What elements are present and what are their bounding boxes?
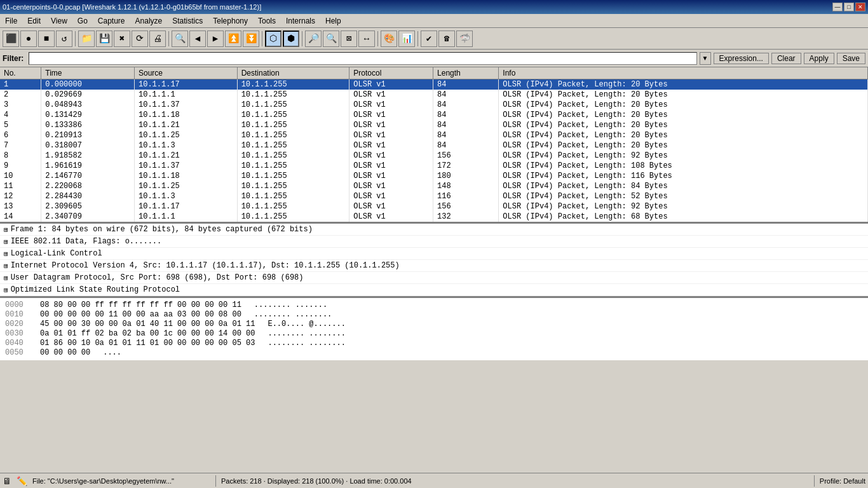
menu-item-tools[interactable]: Tools [253,14,281,27]
minimize-button[interactable]: — [832,3,843,11]
table-row[interactable]: 81.91858210.1.1.2110.1.1.255OLSR v1156OL… [0,151,868,161]
column-header-length[interactable]: Length [433,67,499,79]
table-row[interactable]: 20.02966910.1.1.110.1.1.255OLSR v184OLSR… [0,90,868,100]
detail-row[interactable]: ⊞Optimized Link State Routing Protocol [0,284,868,296]
graph-btn[interactable]: 📊 [398,30,415,47]
table-row[interactable]: 60.21091310.1.1.2510.1.1.255OLSR v184OLS… [0,130,868,140]
expand-icon: ⊞ [4,286,8,294]
hex-row: 000008 80 00 00 ff ff ff ff ff ff 00 00 … [5,301,863,309]
hex-offset: 0030 [5,329,27,338]
detail-row[interactable]: ⊞Frame 1: 84 bytes on wire (672 bits), 8… [0,224,868,236]
hex-bytes: 08 80 00 00 ff ff ff ff ff ff 00 00 00 0… [40,301,241,309]
interface-btn[interactable]: ⬛ [3,30,19,47]
expand-icon: ⊞ [4,226,8,234]
toolbar-separator [75,31,76,46]
table-row[interactable]: 132.30960510.1.1.1710.1.1.255OLSR v1156O… [0,201,868,212]
column-header-time[interactable]: Time [41,67,135,79]
filter-expression----button[interactable]: Expression... [714,53,769,64]
print-btn[interactable]: 🖨 [149,30,166,47]
detail-row[interactable]: ⊞Logical-Link Control [0,248,868,260]
menu-item-capture[interactable]: Capture [93,14,130,27]
detail-row[interactable]: ⊞IEEE 802.11 Data, Flags: o....... [0,236,868,248]
maximize-button[interactable]: □ [844,3,854,11]
close-button[interactable]: ✕ [855,3,865,11]
menu-item-go[interactable]: Go [72,14,93,27]
detail-text: User Datagram Protocol, Src Port: 698 (6… [11,273,304,282]
filter-apply-button[interactable]: Apply [804,53,834,64]
menu-item-internals[interactable]: Internals [281,14,320,27]
hex-offset: 0050 [5,348,27,357]
hex-bytes: 00 00 00 00 00 11 00 00 aa aa 03 00 00 0… [40,310,241,319]
menu-item-edit[interactable]: Edit [22,14,46,27]
table-row[interactable]: 10.00000010.1.1.1710.1.1.255OLSR v184OLS… [0,79,868,90]
hex-ascii: ........ ....... [254,301,327,309]
packet-list-body: 10.00000010.1.1.1710.1.1.255OLSR v184OLS… [0,79,868,222]
detail-text: IEEE 802.11 Data, Flags: o....... [11,237,162,246]
resize-columns-btn[interactable]: ↔ [358,30,375,47]
expand-icon: ⊞ [4,274,8,282]
column-header-destination[interactable]: Destination [237,67,349,79]
save-file-btn[interactable]: 💾 [96,30,112,47]
menu-item-analyze[interactable]: Analyze [130,14,168,27]
zoom-in-btn[interactable]: 🔎 [305,30,322,47]
restart-capture-btn[interactable]: ↺ [56,30,72,47]
table-row[interactable]: 142.34070910.1.1.110.1.1.255OLSR v1132OL… [0,212,868,222]
menu-item-telephony[interactable]: Telephony [208,14,253,27]
filter-save-button[interactable]: Save [837,53,865,64]
hex-ascii: ........ ........ [268,329,345,338]
expand-icon: ⊞ [4,250,8,258]
stop-capture-btn[interactable]: ■ [38,30,55,47]
menu-item-view[interactable]: View [46,14,72,27]
table-row[interactable]: 122.28443010.1.1.310.1.1.255OLSR v1116OL… [0,191,868,201]
start-capture-btn[interactable]: ● [20,30,37,47]
table-row[interactable]: 40.13142910.1.1.1810.1.1.255OLSR v184OLS… [0,110,868,120]
zoom-out-btn[interactable]: 🔍 [323,30,339,47]
table-row[interactable]: 112.22006810.1.1.2510.1.1.255OLSR v1148O… [0,181,868,191]
status-packets: Packets: 218 · Displayed: 218 (100.0%) ·… [221,477,809,485]
column-header-info[interactable]: Info [499,67,868,79]
titlebar-title: 01-centerpoints-0-0.pcap [Wireshark 1.12… [3,3,261,11]
first-packet-btn[interactable]: ⏫ [225,30,241,47]
titlebar: 01-centerpoints-0-0.pcap [Wireshark 1.12… [0,0,868,14]
zoom-normal-btn[interactable]: ⊠ [341,30,357,47]
color-rules-btn[interactable]: 🎨 [381,30,397,47]
table-row[interactable]: 102.14677010.1.1.1810.1.1.255OLSR v1180O… [0,171,868,181]
next-packet-btn[interactable]: ▶ [207,30,224,47]
table-row[interactable]: 70.31800710.1.1.310.1.1.255OLSR v184OLSR… [0,140,868,151]
statusbar: 🖥 ✏️ File: "C:\Users\ge-sar\Desktop\egye… [0,473,868,488]
shark-btn[interactable]: 🦈 [456,30,473,47]
filter-dropdown-button[interactable]: ▼ [700,52,711,65]
prev-packet-btn[interactable]: ◀ [189,30,206,47]
filter-label: Filter: [3,54,24,63]
status-divider-1 [215,475,216,487]
menu-item-statistics[interactable]: Statistics [167,14,208,27]
close-file-btn[interactable]: ✖ [114,30,130,47]
packet-details: ⊞Frame 1: 84 bytes on wire (672 bits), 8… [0,224,868,298]
column-header-source[interactable]: Source [135,67,238,79]
capture-filter-btn[interactable]: ⬡ [265,30,281,47]
menu-item-file[interactable]: File [0,14,22,27]
menu-item-help[interactable]: Help [320,14,346,27]
table-row[interactable]: 50.13338610.1.1.2110.1.1.255OLSR v184OLS… [0,120,868,130]
display-filter-btn[interactable]: ⬢ [283,30,299,47]
detail-row[interactable]: ⊞User Datagram Protocol, Src Port: 698 (… [0,272,868,284]
column-header-protocol[interactable]: Protocol [349,67,433,79]
column-header-no-[interactable]: No. [0,67,41,79]
hex-ascii: ........ ........ [254,310,332,319]
last-packet-btn[interactable]: ⏬ [243,30,259,47]
titlebar-controls: — □ ✕ [832,3,865,11]
filter-clear-button[interactable]: Clear [771,53,801,64]
open-file-btn[interactable]: 📁 [78,30,95,47]
reload-file-btn[interactable]: ⟳ [132,30,148,47]
detail-row[interactable]: ⊞Internet Protocol Version 4, Src: 10.1.… [0,260,868,272]
table-row[interactable]: 91.96161910.1.1.3710.1.1.255OLSR v1172OL… [0,161,868,171]
telephony-btn[interactable]: ☎ [438,30,455,47]
detail-text: Internet Protocol Version 4, Src: 10.1.1… [11,261,400,270]
filter-input[interactable] [29,52,696,65]
find-packet-btn[interactable]: 🔍 [172,30,188,47]
table-row[interactable]: 30.04894310.1.1.3710.1.1.255OLSR v184OLS… [0,100,868,110]
hex-bytes: 00 00 00 00 [40,348,90,357]
status-icon-1: 🖥 [3,476,11,486]
checkmark-btn[interactable]: ✔ [421,30,437,47]
hex-offset: 0000 [5,301,27,309]
